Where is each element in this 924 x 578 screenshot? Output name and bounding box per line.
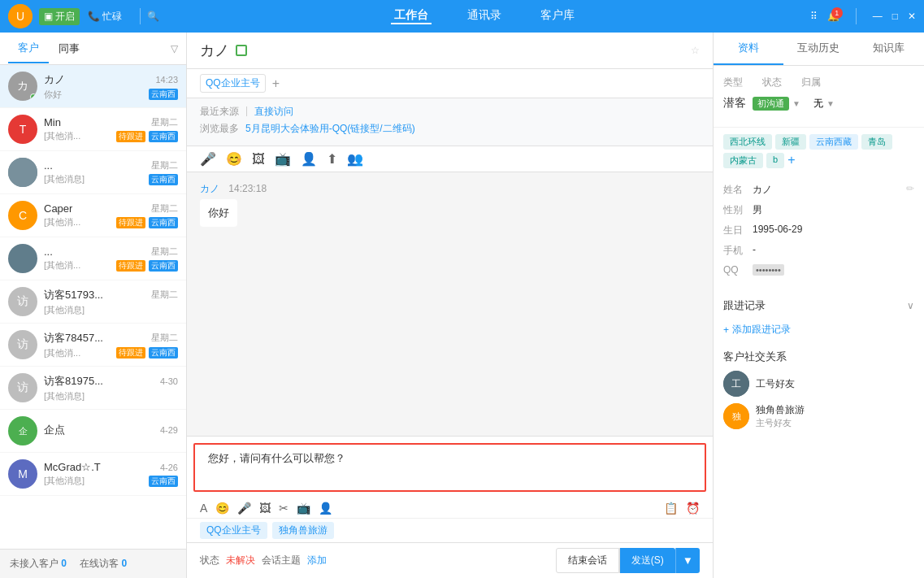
add-followup-button[interactable]: + 添加跟进记录 (714, 318, 924, 341)
add-tag-button[interactable]: + (787, 153, 795, 168)
item-time: 4-26 (160, 463, 178, 472)
type-value: 潜客 (723, 96, 746, 111)
audio-icon[interactable]: 🎤 (237, 502, 251, 515)
list-item[interactable]: C Caper 星期二 [其他消... 待跟进 云南西 (0, 194, 186, 237)
mic-icon[interactable]: 🎤 (200, 151, 216, 167)
scissors-icon[interactable]: ✂ (279, 502, 288, 515)
notification-bell[interactable]: 🔔 1 (827, 11, 839, 22)
social-section: 客户社交关系 工 工号好友 独 独角兽旅游 主号好友 (714, 341, 924, 444)
topbar-nav: 工作台 通讯录 客户库 (159, 8, 810, 24)
tab-customers[interactable]: 客户 (8, 34, 49, 63)
chat-input-field[interactable]: 您好，请问有什么可以帮您？ (208, 451, 692, 484)
tag-yunnan-tibet[interactable]: 云南西藏 (809, 134, 858, 150)
screen-icon[interactable]: 📺 (275, 151, 291, 167)
social-avatar-2: 独 (723, 403, 749, 429)
send-button[interactable]: 发送(S) (620, 548, 675, 573)
topbar: U ▣ 开启 📞 忙碌 🔍 工作台 通讯录 客户库 ⠿ 🔔 1 — □ ✕ (0, 0, 924, 33)
avatar: 访 (8, 287, 37, 316)
add-tab-button[interactable]: + (272, 76, 280, 91)
unconnected-label: 未接入客户 (10, 558, 59, 569)
item-name: カノ (44, 72, 65, 87)
edit-icon[interactable]: ✏ (906, 183, 914, 197)
item-info: 访客78457... 星期二 [其他消... 待跟进 云南西 (44, 331, 178, 359)
screen-format-icon[interactable]: 📺 (297, 502, 310, 515)
user-avatar[interactable]: U (8, 4, 33, 28)
bold-icon[interactable]: A (200, 502, 207, 515)
upload-icon[interactable]: ⬆ (327, 151, 337, 167)
item-tag-pending: 待跟进 (116, 347, 145, 359)
right-tab-knowledge[interactable]: 知识库 (854, 33, 924, 65)
busy-label: 忙碌 (102, 10, 122, 24)
transfer-icon[interactable]: 👤 (301, 151, 317, 167)
grid-icon[interactable]: ⠿ (810, 11, 818, 22)
tag-xinjiang[interactable]: 新疆 (775, 134, 806, 150)
maximize-button[interactable]: □ (892, 11, 898, 22)
list-item[interactable]: カ カノ 14:23 你好 云南西 (0, 65, 186, 108)
avatar: 企 (8, 416, 37, 445)
item-tag-region: 云南西 (149, 347, 178, 359)
list-item[interactable]: M McGrad☆.T 4-26 [其他消息] 云南西 (0, 453, 186, 496)
status-select[interactable]: 初沟通 ▼ (753, 97, 800, 111)
social-item-1[interactable]: 工 工号好友 (723, 371, 914, 397)
tab-colleagues[interactable]: 同事 (49, 35, 89, 63)
online-indicator (30, 93, 37, 100)
browse-value[interactable]: 5月昆明大会体验用-QQ(链接型/二维码) (245, 122, 415, 136)
tag-qingdao[interactable]: 青岛 (861, 134, 892, 150)
chat-contact-name: カノ (200, 41, 247, 60)
chat-input-box[interactable]: 您好，请问有什么可以帮您？ (193, 443, 706, 492)
list-item[interactable]: T Min 星期二 [其他消... 待跟进 云南西 (0, 108, 186, 151)
list-item[interactable]: 访 访客81975... 4-30 [其他消息] (0, 367, 186, 410)
topbar-right: ⠿ 🔔 1 — □ ✕ (810, 8, 916, 24)
item-time: 星期二 (151, 202, 178, 215)
invite-icon[interactable]: 👥 (347, 151, 363, 167)
main-layout: 客户 同事 ▽ カ カノ 14:23 你好 云南西 (0, 33, 924, 578)
item-time: 4-30 (160, 376, 178, 386)
filter-icon[interactable]: ▽ (171, 43, 178, 54)
star-icon[interactable]: ☆ (691, 45, 700, 56)
status-label: 状态 (762, 76, 795, 89)
nav-workbench[interactable]: 工作台 (391, 8, 432, 24)
social-info-1: 工号好友 (756, 377, 795, 391)
image-icon[interactable]: 🖼 (252, 152, 265, 167)
emoji-icon[interactable]: 😊 (226, 151, 242, 167)
invite-format-icon[interactable]: 👤 (319, 502, 332, 515)
status-dropdown-arrow[interactable]: ▼ (792, 99, 800, 108)
send-dropdown-button[interactable]: ▼ (675, 548, 700, 573)
tag-inner-mongolia[interactable]: 内蒙古 (723, 153, 763, 168)
right-tab-history[interactable]: 互动历史 (783, 33, 853, 65)
list-item[interactable]: 企 企点 4-29 (0, 410, 186, 453)
session-add[interactable]: 添加 (307, 554, 327, 567)
assign-select[interactable]: 无 ▼ (813, 97, 835, 111)
right-tab-profile[interactable]: 资料 (714, 33, 783, 65)
emoji-format-icon[interactable]: 😊 (215, 502, 229, 515)
list-item[interactable]: ... 星期二 [其他消息] 云南西 (0, 151, 186, 194)
item-tag-pending: 待跟进 (116, 131, 145, 142)
social-item-2[interactable]: 独 独角兽旅游 主号好友 (723, 403, 914, 429)
status-open-button[interactable]: ▣ 开启 (39, 8, 80, 25)
customer-tags: 西北环线 新疆 云南西藏 青岛 内蒙古 b + (714, 128, 924, 175)
minimize-button[interactable]: — (873, 11, 883, 22)
list-item[interactable]: 访 访客51793... 星期二 [其他消息] (0, 280, 186, 324)
status-busy-button[interactable]: 📞 忙碌 (83, 8, 127, 25)
end-session-button[interactable]: 结束会话 (556, 548, 619, 573)
unconnected-customers[interactable]: 未接入客户 0 (10, 557, 67, 571)
online-visitors[interactable]: 在线访客 0 (80, 557, 127, 571)
search-button[interactable]: 🔍 (147, 11, 159, 22)
list-item[interactable]: 访 访客78457... 星期二 [其他消... 待跟进 云南西 (0, 324, 186, 367)
nav-customers[interactable]: 客户库 (537, 8, 578, 24)
clock-icon[interactable]: ⏰ (686, 502, 700, 515)
nav-contacts[interactable]: 通讯录 (464, 8, 505, 24)
item-info: McGrad☆.T 4-26 [其他消息] 云南西 (44, 461, 178, 487)
close-button[interactable]: ✕ (908, 11, 916, 22)
quick-tag-qq[interactable]: QQ企业主号 (200, 522, 267, 539)
tag-b[interactable]: b (766, 153, 784, 168)
history-icon[interactable]: 📋 (664, 502, 678, 515)
list-item[interactable]: ... 星期二 [其他消... 待跟进 云南西 (0, 237, 186, 280)
chat-tab-qq[interactable]: QQ企业主号 (200, 74, 266, 93)
collapse-icon[interactable]: ∨ (907, 300, 914, 311)
source-value[interactable]: 直接访问 (254, 105, 293, 119)
assign-dropdown-arrow[interactable]: ▼ (826, 99, 835, 108)
image-format-icon[interactable]: 🖼 (259, 502, 271, 515)
tag-northwest[interactable]: 西北环线 (723, 134, 772, 150)
quick-tag-tour[interactable]: 独角兽旅游 (272, 522, 334, 539)
